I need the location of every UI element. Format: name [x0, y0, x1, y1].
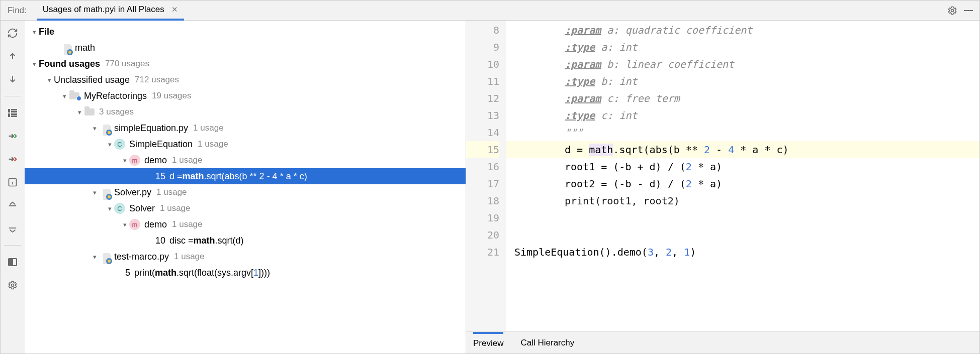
chevron-down-icon[interactable]: ▾ — [75, 108, 84, 116]
gutter-line[interactable]: 17 — [466, 175, 499, 192]
testmarco-line-num: 5 — [125, 268, 130, 278]
demo2-count: 1 usage — [172, 219, 203, 229]
demo1-count: 1 usage — [172, 155, 203, 165]
chevron-down-icon[interactable]: ▾ — [90, 253, 99, 261]
preview-tabs: Preview Call Hierarchy — [466, 331, 979, 353]
demo1: demo — [144, 155, 167, 166]
tree-node-usage-selected[interactable]: 15 d = math .sqrt(abs(b ** 2 - 4 * a * c… — [25, 168, 466, 184]
gutter-line[interactable]: 19 — [466, 209, 499, 226]
chevron-down-icon[interactable]: ▾ — [120, 221, 129, 228]
tree-node-unnamed-folder[interactable]: ▾ 3 usages — [25, 104, 466, 120]
gutter-line[interactable]: 15 — [466, 141, 499, 158]
code-line[interactable]: :type a: int — [506, 39, 979, 56]
svg-point-0 — [951, 9, 954, 12]
group-icon[interactable] — [5, 105, 20, 121]
preview-editor-pane: 8 9 10 11 12 13 14 15 16 17 18 19 20 21 … — [466, 21, 979, 353]
settings-icon[interactable] — [5, 278, 20, 293]
svg-rect-6 — [11, 113, 17, 115]
code-line[interactable] — [506, 209, 979, 226]
tree-node-simple-file[interactable]: ▾ simpleEquation.py 1 usage — [25, 120, 466, 136]
tree-node-testmarco-file[interactable]: ▾ test-marco.py 1 usage — [25, 249, 466, 265]
gutter-line[interactable]: 12 — [466, 90, 499, 107]
info-icon[interactable] — [5, 175, 20, 190]
expand-all-icon[interactable] — [5, 198, 20, 213]
tree-node-testmarco-usage[interactable]: 5 print( math .sqrt(float(sys.argv[ 1 ])… — [25, 265, 466, 281]
import-red-icon[interactable] — [5, 152, 20, 167]
tree-node-solver-class[interactable]: ▾ C Solver 1 usage — [25, 200, 466, 216]
gutter-line[interactable]: 9 — [466, 39, 499, 56]
preview-toggle-icon[interactable] — [5, 255, 20, 270]
code-line[interactable]: root2 = (-b - d) / (2 * a) — [506, 175, 979, 192]
code-line[interactable]: print(root1, root2) — [506, 192, 979, 209]
code-area[interactable]: :param a: quadratic coefficient :type a:… — [506, 21, 979, 331]
code-line[interactable]: SimpleEquation().demo(3, 2, 1) — [506, 244, 979, 261]
gutter-line[interactable]: 18 — [466, 192, 499, 209]
arrow-up-icon[interactable] — [5, 49, 20, 64]
gutter-line[interactable]: 11 — [466, 73, 499, 90]
tree-node-unclassified[interactable]: ▾ Unclassified usage 712 usages — [25, 72, 466, 88]
code-line[interactable]: """ — [506, 124, 979, 141]
find-tab[interactable]: Usages of math.pyi in All Places ✕ — [37, 1, 184, 21]
svg-point-17 — [108, 195, 111, 198]
chevron-down-icon[interactable]: ▾ — [90, 125, 99, 132]
unclassified-label: Unclassified usage — [54, 75, 130, 85]
python-file-icon — [99, 251, 110, 262]
tree-node-solver-file[interactable]: ▾ Solver.py 1 usage — [25, 184, 466, 200]
code-line[interactable]: :param c: free term — [506, 90, 979, 107]
project-folder-icon — [69, 90, 80, 101]
tree-node-solver-usage[interactable]: 10 disc = math .sqrt(d) — [25, 232, 466, 249]
chevron-down-icon[interactable]: ▾ — [30, 28, 39, 36]
usages-tree[interactable]: ▾ File math ▾ Found usages 770 usages ▾ … — [25, 21, 466, 353]
refresh-icon[interactable] — [5, 26, 20, 41]
gutter[interactable]: 8 9 10 11 12 13 14 15 16 17 18 19 20 21 — [466, 21, 506, 331]
tab-preview[interactable]: Preview — [473, 332, 503, 353]
testmarco-text-post: .sqrt(float(sys.argv[ — [176, 268, 253, 278]
code-line[interactable]: :type c: int — [506, 107, 979, 124]
chevron-down-icon[interactable]: ▾ — [120, 157, 129, 164]
gutter-line[interactable]: 8 — [466, 22, 499, 39]
usage-text-pre: d = — [169, 171, 183, 182]
arrow-down-icon[interactable] — [5, 72, 20, 87]
code-line[interactable] — [506, 226, 979, 244]
gutter-line[interactable]: 13 — [466, 107, 499, 124]
unclassified-count: 712 usages — [135, 75, 179, 85]
gear-icon[interactable] — [945, 4, 959, 18]
collapse-all-icon[interactable] — [5, 221, 20, 236]
tree-node-found[interactable]: ▾ Found usages 770 usages — [25, 56, 466, 72]
code-line-highlighted[interactable]: d = math.sqrt(abs(b ** 2 - 4 * a * c) — [506, 141, 979, 158]
svg-rect-4 — [11, 109, 17, 110]
gutter-line[interactable]: 21 — [466, 244, 499, 261]
gutter-line[interactable]: 16 — [466, 158, 499, 175]
import-green-icon[interactable] — [5, 129, 20, 144]
tree-node-file[interactable]: math — [25, 40, 466, 56]
chevron-down-icon[interactable]: ▾ — [45, 76, 54, 84]
tab-call-hierarchy[interactable]: Call Hierarchy — [520, 332, 574, 353]
solver-line-num: 10 — [155, 235, 165, 246]
tree-node-file-group[interactable]: ▾ File — [25, 24, 466, 40]
close-icon[interactable]: ✕ — [171, 5, 178, 14]
chevron-down-icon[interactable]: ▾ — [105, 141, 114, 148]
code-line[interactable]: :param b: linear coefficient — [506, 56, 979, 73]
svg-rect-5 — [11, 111, 17, 112]
tree-node-simple-class[interactable]: ▾ C SimpleEquation 1 usage — [25, 136, 466, 152]
gutter-line[interactable]: 10 — [466, 56, 499, 73]
simple-class-count: 1 usage — [198, 139, 228, 149]
tree-node-demo1[interactable]: ▾ m demo 1 usage — [25, 152, 466, 168]
code-line[interactable]: :type b: int — [506, 73, 979, 90]
tree-node-project[interactable]: ▾ MyRefactorings 19 usages — [25, 88, 466, 104]
chevron-down-icon[interactable]: ▾ — [30, 60, 39, 68]
code-line[interactable]: root1 = (-b + d) / (2 * a) — [506, 158, 979, 175]
gutter-line[interactable]: 20 — [466, 226, 499, 244]
chevron-down-icon[interactable]: ▾ — [105, 205, 114, 212]
minimize-icon[interactable] — [961, 4, 975, 18]
class-icon: C — [114, 203, 125, 214]
code-editor[interactable]: 8 9 10 11 12 13 14 15 16 17 18 19 20 21 … — [466, 21, 979, 331]
chevron-down-icon[interactable]: ▾ — [90, 189, 99, 196]
testmarco-text-pre: print( — [134, 268, 155, 278]
code-line[interactable]: :param a: quadratic coefficient — [506, 22, 979, 39]
find-left-toolbar — [1, 21, 25, 353]
gutter-line[interactable]: 14 — [466, 124, 499, 141]
solver-file-count: 1 usage — [156, 187, 187, 197]
chevron-down-icon[interactable]: ▾ — [60, 92, 69, 100]
tree-node-demo2[interactable]: ▾ m demo 1 usage — [25, 216, 466, 232]
